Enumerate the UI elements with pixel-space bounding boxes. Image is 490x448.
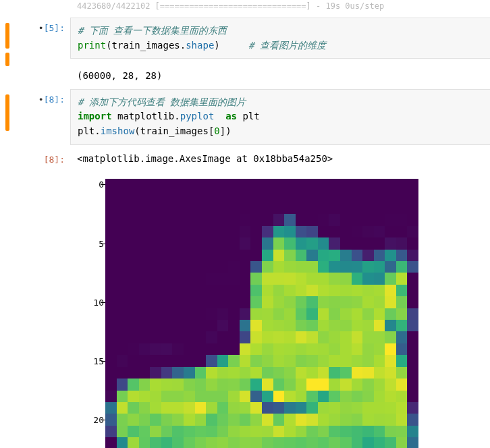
cell-8-figure: 05101520 — [0, 175, 490, 448]
cell-8-input[interactable]: •[8]: # 添加下方代码查看 数据集里面的图片 import matplot… — [0, 89, 490, 145]
prev-output-fragment: 4423680/4422102 [=======================… — [0, 0, 490, 18]
heatmap-canvas — [105, 179, 418, 448]
imshow-plot: 05101520 — [77, 177, 482, 448]
cell-5-in-prompt: •[5]: — [15, 18, 70, 33]
cell-5-output: (60000, 28, 28) — [0, 66, 490, 89]
cell-8-out-prompt: [8]: — [15, 149, 70, 165]
cell-8-in-prompt: •[8]: — [15, 89, 70, 105]
notebook: 4423680/4422102 [=======================… — [0, 0, 490, 448]
cell-8-repr: <matplotlib.image.AxesImage at 0x18bba54… — [77, 150, 483, 169]
comment: # 下面 查看一下数据集里面的东西 — [78, 25, 227, 36]
prev-output-text: 4423680/4422102 [=======================… — [77, 0, 483, 13]
cell-5-input[interactable]: •[5]: # 下面 查看一下数据集里面的东西 print(train_imag… — [0, 18, 490, 66]
cell-5-modified-indicator — [0, 18, 15, 66]
comment: # 查看图片的维度 — [248, 40, 326, 51]
cell-5-stdout: (60000, 28, 28) — [70, 66, 169, 89]
comment: # 添加下方代码查看 数据集里面的图片 — [78, 96, 246, 107]
plot-axes — [105, 179, 418, 448]
cell-8-result: [8]: <matplotlib.image.AxesImage at 0x18… — [0, 149, 490, 175]
cell-8-code[interactable]: # 添加下方代码查看 数据集里面的图片 import matplotlib.py… — [70, 89, 490, 145]
cell-5-code[interactable]: # 下面 查看一下数据集里面的东西 print(train_images.sha… — [70, 18, 490, 59]
cell-8-modified-indicator — [0, 89, 15, 131]
